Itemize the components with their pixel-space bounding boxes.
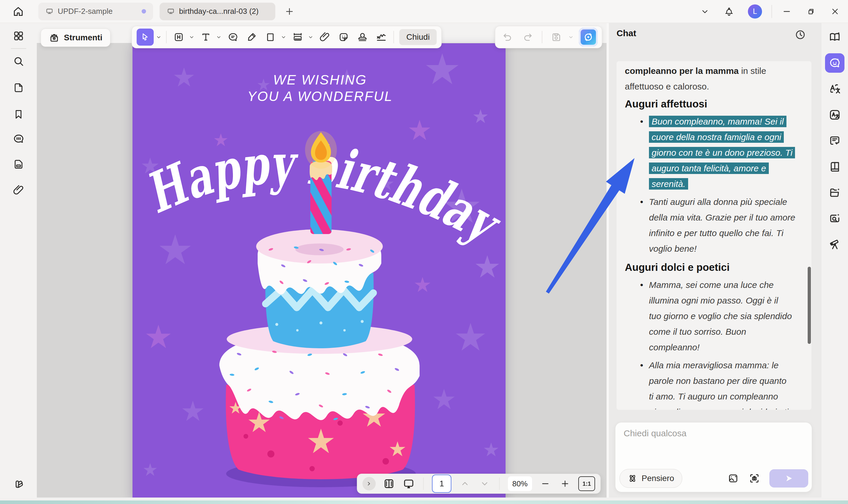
previous-page-button[interactable] xyxy=(458,477,471,490)
comments-panel-button[interactable] xyxy=(12,132,25,145)
note-sparkle-icon xyxy=(828,134,841,147)
chat-bullet[interactable]: Alla mia meravigliosa mamma: le parole n… xyxy=(649,357,802,410)
translate-icon xyxy=(828,83,841,95)
page-thumbnails-button[interactable] xyxy=(12,81,25,94)
chat-face-sparkle-icon xyxy=(828,56,841,70)
insert-image-button[interactable] xyxy=(727,472,739,485)
chat-bullet-list: Mamma, sei come una luce che illumina og… xyxy=(625,277,802,410)
close-button[interactable] xyxy=(830,6,840,17)
chevron-down-icon[interactable] xyxy=(188,34,195,40)
tools-button[interactable]: Strumenti xyxy=(41,29,110,47)
ai-assistant-icon xyxy=(582,31,594,43)
save-button[interactable] xyxy=(548,29,564,45)
header-tool-button[interactable] xyxy=(171,29,187,45)
chat-input-card: Pensiero xyxy=(615,422,812,492)
bookmarks-button[interactable] xyxy=(12,108,25,121)
maximize-button[interactable] xyxy=(806,6,816,17)
annotations-panel-button[interactable] xyxy=(12,158,25,171)
comment-tool-button[interactable] xyxy=(225,29,241,45)
theme-palette-button[interactable] xyxy=(12,478,25,490)
screenshot-button[interactable] xyxy=(748,472,760,485)
presentation-button[interactable] xyxy=(402,477,415,490)
send-button[interactable] xyxy=(770,469,808,487)
chevron-down-icon[interactable] xyxy=(280,34,287,40)
chat-message[interactable]: compleanno per la mamma in stile affettu… xyxy=(617,61,811,410)
attachments-panel-button[interactable] xyxy=(12,184,25,197)
thinking-mode-button[interactable]: Pensiero xyxy=(619,469,682,488)
window-bottom-edge xyxy=(0,498,848,501)
chevron-down-icon[interactable] xyxy=(307,34,314,40)
grid-panel-button[interactable] xyxy=(12,30,25,42)
ai-book-button[interactable] xyxy=(828,160,841,173)
ai-explore-button[interactable] xyxy=(828,238,841,251)
chat-scrollbar-thumb[interactable] xyxy=(808,267,811,344)
actual-size-button[interactable]: 1:1 xyxy=(578,476,595,491)
notifications-button[interactable] xyxy=(724,6,734,17)
pen-tool-button[interactable] xyxy=(244,29,260,45)
zoom-out-button[interactable] xyxy=(539,477,552,490)
save-icon xyxy=(551,32,562,43)
tab-updf-sample[interactable]: UPDF-2-sample xyxy=(38,3,153,20)
zoom-level[interactable]: 80% xyxy=(508,476,532,491)
signature-tool-button[interactable] xyxy=(373,29,389,45)
avatar[interactable]: L xyxy=(748,4,762,19)
chevron-down-icon[interactable] xyxy=(568,34,574,40)
chat-bullet-list: Buon compleanno, mamma! Sei il cuore del… xyxy=(625,114,802,256)
redo-button[interactable] xyxy=(520,29,536,45)
actual-size-label: 1:1 xyxy=(582,481,591,487)
close-toolbar-button[interactable]: Chiudi xyxy=(399,29,437,45)
plus-icon xyxy=(285,6,294,17)
tab-birthday-card[interactable]: birthday-ca...nral-03 (2) xyxy=(160,3,275,20)
shape-tool-button[interactable] xyxy=(263,29,278,45)
chat-input[interactable] xyxy=(623,428,801,464)
attachment-tool-button[interactable] xyxy=(317,29,333,45)
page-layout-button[interactable] xyxy=(383,477,395,490)
pdf-page-birthday-card[interactable]: WE WISHING YOU A WONDERFUL Happy birthda… xyxy=(132,43,506,498)
minimize-button[interactable] xyxy=(781,6,792,17)
zoom-in-button[interactable] xyxy=(559,477,572,490)
ai-folder-button[interactable] xyxy=(828,186,841,199)
close-toolbar-label: Chiudi xyxy=(406,32,430,42)
left-sidebar xyxy=(0,23,37,504)
search-panel-button[interactable] xyxy=(12,55,25,68)
chevron-down-icon xyxy=(701,7,709,16)
annotation-toolbar: Chiudi xyxy=(132,26,442,48)
ai-translate-page-button[interactable] xyxy=(828,108,841,121)
text-tool-button[interactable] xyxy=(198,29,214,45)
chevron-down-icon[interactable] xyxy=(216,34,222,40)
screen-bottom-strip xyxy=(0,501,848,504)
sticker-tool-button[interactable] xyxy=(336,29,351,45)
page-number-input[interactable] xyxy=(432,474,451,493)
divider xyxy=(499,478,500,490)
ai-translate-button[interactable] xyxy=(828,83,841,95)
minus-icon xyxy=(541,479,550,488)
book-icon xyxy=(828,160,841,173)
select-tool-button[interactable] xyxy=(137,29,154,46)
stamp-tool-button[interactable] xyxy=(355,29,371,45)
new-tab-button[interactable] xyxy=(283,5,296,18)
chat-bullet[interactable]: Mamma, sei come una luce che illumina og… xyxy=(649,277,802,355)
collapse-button[interactable] xyxy=(700,6,710,17)
telescope-icon xyxy=(828,238,841,251)
measure-tool-button[interactable] xyxy=(290,29,306,45)
chat-bullet[interactable]: Tanti auguri alla donna più speciale del… xyxy=(649,194,802,256)
ai-reader-button[interactable] xyxy=(828,31,841,43)
chat-bullet[interactable]: Buon compleanno, mamma! Sei il cuore del… xyxy=(649,114,802,192)
divider xyxy=(423,478,424,490)
ai-chat-button[interactable] xyxy=(825,53,845,73)
ai-summary-button[interactable] xyxy=(828,134,841,147)
pen-icon xyxy=(246,32,257,43)
avatar-letter: L xyxy=(753,7,757,16)
history-clock-icon xyxy=(794,29,806,41)
chat-section-heading: Auguri dolci e poetici xyxy=(625,259,802,276)
undo-button[interactable] xyxy=(499,29,515,45)
divider xyxy=(393,31,394,43)
chevron-down-icon[interactable] xyxy=(156,34,162,40)
ai-assistant-button[interactable] xyxy=(579,28,598,47)
home-button[interactable] xyxy=(11,4,26,19)
ai-search-button[interactable] xyxy=(828,212,841,225)
next-page-button[interactable] xyxy=(478,477,491,490)
expand-nav-button[interactable] xyxy=(362,477,376,490)
highlighted-text[interactable]: Buon compleanno, mamma! Sei il cuore del… xyxy=(649,116,795,190)
chat-history-button[interactable] xyxy=(794,29,806,41)
